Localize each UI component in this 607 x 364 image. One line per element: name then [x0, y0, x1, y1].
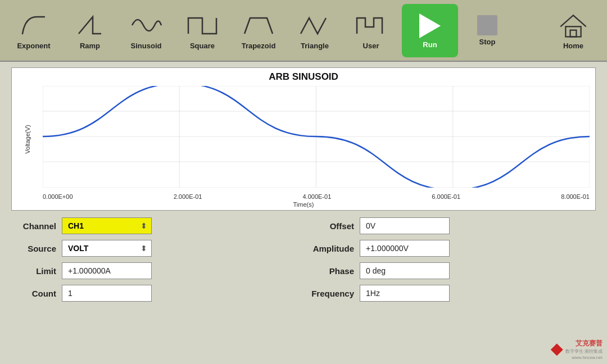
stop-label: Stop — [479, 38, 496, 46]
toolbar-item-ramp[interactable]: Ramp — [62, 4, 118, 57]
x-tick-3: 6.000E-01 — [432, 193, 460, 200]
toolbar-item-exponent[interactable]: Exponent — [6, 4, 62, 57]
limit-row: Limit — [11, 262, 298, 279]
phase-input[interactable] — [360, 262, 450, 279]
user-label: User — [363, 42, 379, 50]
stop-button[interactable]: Stop — [459, 4, 515, 57]
toolbar-item-user[interactable]: User — [343, 4, 399, 57]
run-button[interactable]: Run — [402, 4, 458, 57]
channel-select[interactable]: CH1 CH2 — [62, 217, 152, 234]
x-tick-0: 0.000E+00 — [43, 193, 73, 200]
svg-rect-1 — [570, 30, 577, 37]
play-icon — [419, 13, 441, 38]
limit-label: Limit — [11, 266, 56, 276]
sinusoid-label: Sinusoid — [131, 42, 162, 50]
x-tick-2: 4.000E-01 — [302, 193, 331, 200]
offset-input[interactable] — [360, 217, 450, 234]
phase-label: Phase — [309, 266, 354, 276]
exponent-label: Exponent — [17, 42, 50, 50]
watermark-url: www.hncsw.net — [565, 354, 603, 361]
watermark-tagline: 数字孪生·测控集成 — [565, 348, 603, 354]
amplitude-label: Amplitude — [309, 244, 354, 253]
source-row: Source VOLT CURR ⬍ — [11, 240, 298, 257]
trapezoid-label: Trapezoid — [242, 42, 276, 50]
x-axis-label: Time(s) — [293, 201, 314, 208]
toolbar-item-triangle[interactable]: Triangle — [287, 4, 343, 57]
chart-container: ARB SINUSOID Voltage(V) 1.0E+00 5.0E-0 — [11, 67, 596, 211]
channel-row: Channel CH1 CH2 ⬍ — [11, 217, 298, 234]
y-axis-label: Voltage(V) — [24, 125, 31, 153]
limit-input[interactable] — [62, 262, 152, 279]
phase-row: Phase — [309, 262, 596, 279]
home-button[interactable]: Home — [545, 4, 601, 57]
source-label: Source — [11, 244, 56, 253]
channel-select-wrapper[interactable]: CH1 CH2 ⬍ — [62, 217, 152, 234]
main-content: ARB SINUSOID Voltage(V) 1.0E+00 5.0E-0 — [0, 62, 607, 364]
frequency-label: Frequency — [309, 289, 354, 298]
frequency-row: Frequency — [309, 285, 596, 302]
run-label: Run — [423, 40, 437, 49]
amplitude-row: Amplitude — [309, 240, 596, 257]
amplitude-input[interactable] — [360, 240, 450, 257]
count-input[interactable] — [62, 285, 152, 302]
toolbar-item-square[interactable]: Square — [174, 4, 230, 57]
watermark-icon — [551, 343, 563, 356]
params-left: Channel CH1 CH2 ⬍ Source VOLT CURR ⬍ — [11, 217, 298, 358]
count-row: Count — [11, 285, 298, 302]
watermark-brand: 艾克赛普 — [565, 339, 603, 348]
x-tick-4: 8.000E-01 — [561, 193, 590, 200]
watermark: 艾克赛普 数字孪生·测控集成 www.hncsw.net — [551, 339, 603, 361]
count-label: Count — [11, 289, 56, 298]
toolbar: Exponent Ramp Sinusoid Square Trapezoid … — [0, 0, 607, 62]
stop-icon — [477, 15, 497, 35]
offset-label: Offset — [309, 221, 354, 231]
triangle-label: Triangle — [301, 42, 329, 50]
chart-inner: 1.0E+00 5.0E-01 0.0E+00 -5.0E-01 -1.0E+0… — [43, 86, 590, 188]
frequency-input[interactable] — [360, 285, 450, 302]
toolbar-item-trapezoid[interactable]: Trapezoid — [230, 4, 287, 57]
x-tick-1: 2.000E-01 — [174, 193, 202, 200]
source-select[interactable]: VOLT CURR — [62, 240, 152, 257]
channel-label: Channel — [11, 221, 56, 231]
home-label: Home — [563, 42, 583, 50]
chart-title: ARB SINUSOID — [12, 68, 595, 84]
watermark-logo: 艾克赛普 数字孪生·测控集成 www.hncsw.net — [551, 339, 603, 361]
chart-svg: 1.0E+00 5.0E-01 0.0E+00 -5.0E-01 -1.0E+0… — [43, 86, 590, 188]
params-right: Offset Amplitude Phase Frequency — [309, 217, 596, 358]
params-section: Channel CH1 CH2 ⬍ Source VOLT CURR ⬍ — [11, 217, 596, 358]
svg-rect-0 — [565, 26, 581, 37]
square-label: Square — [190, 42, 215, 50]
offset-row: Offset — [309, 217, 596, 234]
source-select-wrapper[interactable]: VOLT CURR ⬍ — [62, 240, 152, 257]
toolbar-item-sinusoid[interactable]: Sinusoid — [118, 4, 174, 57]
ramp-label: Ramp — [80, 42, 100, 50]
